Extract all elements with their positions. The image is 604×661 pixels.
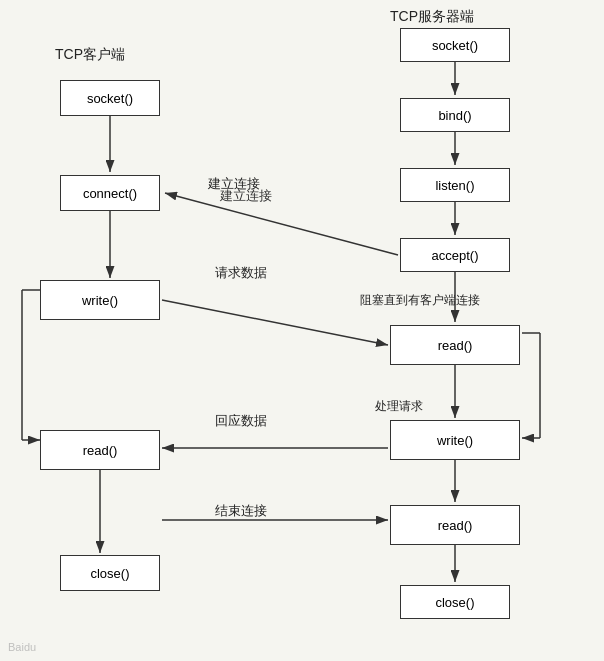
client-connect-box: connect() <box>60 175 160 211</box>
server-socket-box: socket() <box>400 28 510 62</box>
server-read2-box: read() <box>390 505 520 545</box>
server-listen-box: listen() <box>400 168 510 202</box>
block-label: 阻塞直到有客户端连接 <box>360 292 480 309</box>
end-conn-label: 结束连接 <box>215 502 267 520</box>
svg-line-7 <box>165 193 398 255</box>
server-label: TCP服务器端 <box>390 8 474 26</box>
client-socket-box: socket() <box>60 80 160 116</box>
diagram-container: TCP客户端 TCP服务器端 socket() connect() write(… <box>0 0 604 661</box>
server-close-box: close() <box>400 585 510 619</box>
server-accept-box: accept() <box>400 238 510 272</box>
req-data-label: 请求数据 <box>215 264 267 282</box>
resp-data-label: 回应数据 <box>215 412 267 430</box>
handle-req-label: 处理请求 <box>375 398 423 415</box>
svg-line-10 <box>162 300 388 345</box>
build-conn-label: 建立连接 <box>208 175 260 193</box>
client-write-box: write() <box>40 280 160 320</box>
server-write-box: write() <box>390 420 520 460</box>
client-read-box: read() <box>40 430 160 470</box>
client-label: TCP客户端 <box>55 46 125 64</box>
server-read1-box: read() <box>390 325 520 365</box>
server-bind-box: bind() <box>400 98 510 132</box>
client-close-box: close() <box>60 555 160 591</box>
watermark: Baidu <box>8 641 36 653</box>
